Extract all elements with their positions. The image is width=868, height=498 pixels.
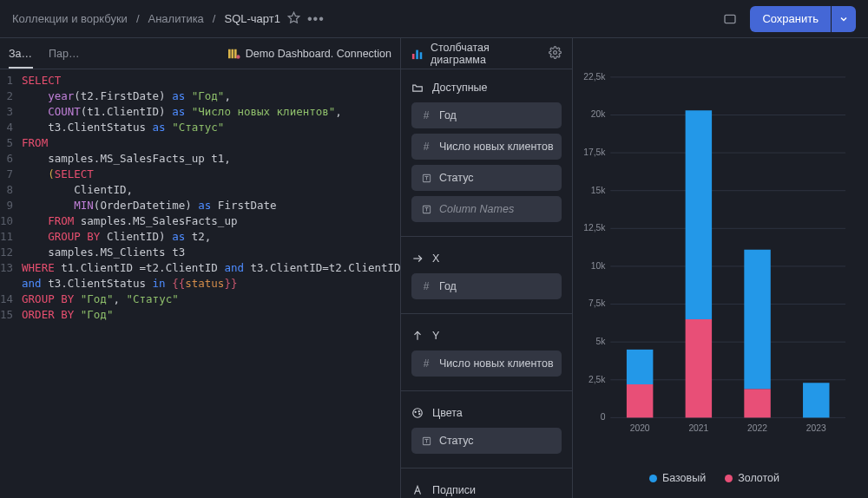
svg-rect-48 bbox=[803, 383, 829, 417]
svg-point-17 bbox=[419, 414, 420, 415]
bar-chart-icon bbox=[411, 48, 424, 60]
sql-body[interactable]: SELECT year(t2.FirstDate) as "Год", COUN… bbox=[22, 73, 400, 498]
section-labels: Подписи bbox=[401, 472, 572, 498]
svg-text:2020: 2020 bbox=[630, 423, 650, 433]
section-available: Доступные #Год #Число новых клиентов Ста… bbox=[401, 69, 572, 233]
chart-plot[interactable]: 02,5k5k7,5k10k12,5k15k17,5k20k22,5k20202… bbox=[578, 47, 851, 460]
legend-swatch bbox=[725, 475, 733, 482]
text-icon bbox=[420, 436, 432, 446]
svg-text:12,5k: 12,5k bbox=[583, 223, 606, 233]
line-gutter: 123456789101112131415 bbox=[0, 73, 22, 498]
svg-text:5k: 5k bbox=[596, 337, 607, 346]
field-chip[interactable]: #Год bbox=[411, 273, 562, 299]
text-icon bbox=[420, 205, 432, 214]
svg-text:10k: 10k bbox=[591, 261, 606, 271]
section-colors: Цвета Статус bbox=[401, 395, 572, 464]
chart-type-selector[interactable]: Столбчатая диаграмма bbox=[401, 38, 572, 69]
arrow-up-icon bbox=[411, 330, 424, 342]
hash-icon: # bbox=[420, 141, 432, 153]
section-title: X bbox=[432, 252, 439, 265]
svg-marker-0 bbox=[288, 12, 299, 23]
svg-point-9 bbox=[554, 50, 557, 54]
star-icon[interactable] bbox=[287, 11, 300, 27]
field-chip[interactable]: #Число новых клиентов bbox=[411, 351, 562, 377]
tab-query[interactable]: Запрос bbox=[9, 48, 33, 69]
svg-text:15k: 15k bbox=[591, 186, 606, 195]
breadcrumb[interactable]: Коллекции и воркбуки bbox=[12, 12, 128, 25]
section-title: Цвета bbox=[432, 407, 463, 419]
svg-rect-8 bbox=[420, 52, 423, 59]
svg-rect-46 bbox=[744, 250, 770, 389]
folder-icon bbox=[411, 82, 424, 94]
chart-type-label: Столбчатая диаграмма bbox=[431, 42, 542, 66]
field-chip-columns[interactable]: Column Names bbox=[411, 196, 562, 222]
sql-editor[interactable]: 123456789101112131415 SELECT year(t2.Fir… bbox=[0, 69, 400, 498]
svg-rect-39 bbox=[627, 384, 653, 417]
tab-params[interactable]: Параметры bbox=[49, 48, 83, 60]
field-chip[interactable]: #Число новых клиентов bbox=[411, 134, 562, 160]
section-x: X #Год bbox=[401, 240, 572, 310]
svg-text:17,5k: 17,5k bbox=[583, 147, 606, 157]
svg-text:20k: 20k bbox=[591, 109, 606, 119]
svg-rect-6 bbox=[412, 54, 415, 59]
svg-rect-42 bbox=[686, 319, 712, 417]
svg-rect-3 bbox=[231, 49, 233, 58]
editor-panel: Запрос Параметры Demo Dashboard. Connect… bbox=[0, 38, 401, 498]
svg-rect-7 bbox=[416, 49, 418, 59]
more-icon[interactable]: ••• bbox=[307, 11, 325, 27]
breadcrumb-sep: / bbox=[213, 12, 216, 25]
svg-text:2023: 2023 bbox=[806, 423, 826, 433]
svg-text:22,5k: 22,5k bbox=[583, 72, 606, 82]
legend-swatch bbox=[649, 475, 657, 482]
section-title: Доступные bbox=[432, 82, 488, 94]
field-chip[interactable]: Статус bbox=[411, 165, 562, 191]
svg-point-15 bbox=[415, 411, 416, 412]
section-y: Y #Число новых клиентов bbox=[401, 318, 572, 387]
svg-rect-1 bbox=[725, 15, 735, 23]
svg-rect-2 bbox=[228, 49, 231, 58]
font-icon bbox=[411, 484, 424, 496]
gear-icon[interactable] bbox=[549, 46, 562, 62]
svg-point-14 bbox=[413, 409, 423, 418]
save-button[interactable]: Сохранить bbox=[750, 6, 831, 32]
svg-rect-45 bbox=[744, 389, 770, 417]
legend-item[interactable]: Базовый bbox=[649, 472, 706, 484]
svg-text:2022: 2022 bbox=[747, 423, 767, 433]
hash-icon: # bbox=[420, 280, 432, 292]
save-dropdown[interactable] bbox=[832, 6, 856, 32]
arrow-right-icon bbox=[411, 252, 424, 265]
hash-icon: # bbox=[420, 357, 432, 370]
breadcrumb-sep: / bbox=[136, 12, 140, 25]
svg-rect-43 bbox=[686, 110, 712, 319]
legend-item[interactable]: Золотой bbox=[725, 472, 779, 484]
breadcrumb[interactable]: SQL-чарт1 bbox=[224, 12, 279, 25]
connection-selector[interactable]: Demo Dashboard. Connection bbox=[228, 48, 391, 60]
layout-icon[interactable] bbox=[717, 6, 743, 32]
hash-icon: # bbox=[420, 109, 432, 121]
chart-panel: 02,5k5k7,5k10k12,5k15k17,5k20k22,5k20202… bbox=[573, 38, 868, 498]
text-icon bbox=[420, 174, 432, 183]
svg-text:2021: 2021 bbox=[688, 423, 708, 433]
field-chip[interactable]: #Год bbox=[411, 102, 562, 128]
svg-point-16 bbox=[418, 411, 419, 412]
config-panel: Столбчатая диаграмма Доступные #Год #Чис… bbox=[401, 38, 573, 498]
connection-label: Demo Dashboard. Connection bbox=[246, 48, 391, 60]
section-title: Y bbox=[432, 330, 439, 342]
svg-point-5 bbox=[236, 55, 240, 58]
editor-tabs: Запрос Параметры Demo Dashboard. Connect… bbox=[0, 38, 400, 69]
field-chip[interactable]: Статус bbox=[411, 428, 562, 454]
svg-text:2,5k: 2,5k bbox=[589, 375, 606, 384]
palette-icon bbox=[411, 407, 424, 419]
section-title: Подписи bbox=[432, 484, 476, 496]
header: Коллекции и воркбуки / Аналитика / SQL-ч… bbox=[0, 0, 868, 38]
svg-text:7,5k: 7,5k bbox=[589, 298, 606, 308]
connection-icon bbox=[228, 48, 240, 60]
breadcrumb[interactable]: Аналитика bbox=[148, 12, 204, 25]
svg-rect-40 bbox=[627, 350, 653, 384]
svg-text:0: 0 bbox=[601, 412, 606, 422]
chart-legend: Базовый Золотой bbox=[578, 460, 851, 489]
